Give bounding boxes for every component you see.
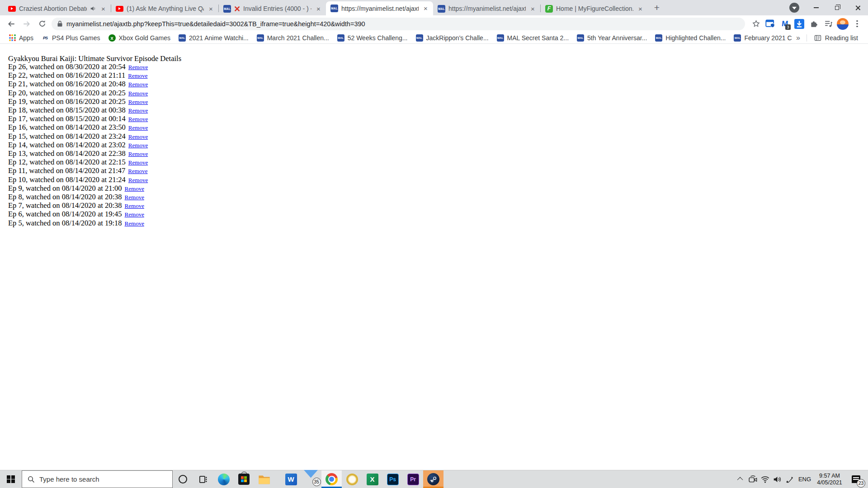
- remove-link[interactable]: Remove: [125, 220, 144, 227]
- remove-link[interactable]: Remove: [128, 142, 148, 149]
- remove-link[interactable]: Remove: [128, 64, 148, 70]
- tab-4-active[interactable]: MALhttps://myanimelist.net/ajaxtb.ph×: [326, 1, 433, 15]
- tray-overflow-button[interactable]: [735, 470, 747, 488]
- excel-button[interactable]: X: [362, 470, 382, 488]
- bookmark-item-mal-secret-santa-2[interactable]: MALMAL Secret Santa 2...: [493, 33, 573, 43]
- bookmark-item-march-2021-challen[interactable]: MALMarch 2021 Challen...: [253, 33, 333, 43]
- remove-link[interactable]: Remove: [128, 81, 148, 88]
- chrome-button[interactable]: [321, 470, 342, 488]
- remove-link[interactable]: Remove: [125, 185, 144, 192]
- bookmark-item-2021-anime-watchi[interactable]: MAL2021 Anime Watchi...: [175, 33, 253, 43]
- steam-button[interactable]: [423, 470, 443, 488]
- reload-button[interactable]: [34, 16, 50, 32]
- url-text[interactable]: myanimelist.net/ajaxtb.php?keepThis=true…: [66, 20, 365, 28]
- tab-title: Craziest Abortion Debate I've: [19, 5, 87, 12]
- remove-link[interactable]: Remove: [128, 116, 148, 122]
- word-button[interactable]: W: [281, 470, 301, 488]
- bookmark-label: JackRippon's Challe...: [426, 34, 489, 42]
- forward-button[interactable]: [19, 16, 34, 32]
- episode-row-15: Ep 9, watched on 08/14/2020 at 21:00Remo…: [8, 184, 868, 193]
- episode-row-19: Ep 5, watched on 08/14/2020 at 19:18Remo…: [8, 219, 868, 228]
- meet-now-button[interactable]: [747, 470, 759, 488]
- bookmark-star-button[interactable]: [749, 17, 763, 31]
- wifi-button[interactable]: [759, 470, 771, 488]
- action-center-button[interactable]: 23: [845, 470, 866, 488]
- premiere-button[interactable]: Pr: [403, 470, 423, 488]
- remove-link[interactable]: Remove: [128, 177, 148, 183]
- remove-link[interactable]: Remove: [128, 72, 147, 79]
- tab-close-icon[interactable]: ×: [99, 5, 107, 13]
- mail-button[interactable]: 35: [301, 470, 321, 488]
- extensions-menu-button[interactable]: [807, 17, 821, 31]
- episode-row-11: Ep 13, watched on 08/14/2020 at 22:38Rem…: [8, 150, 868, 158]
- bookmarks-overflow-chevron[interactable]: »: [792, 34, 805, 42]
- remove-link[interactable]: Remove: [128, 168, 147, 174]
- file-explorer-button[interactable]: [254, 470, 274, 488]
- bookmark-item-ps4-plus-games[interactable]: PSPS4 Plus Games: [38, 33, 104, 43]
- episode-text: Ep 16, watched on 08/14/2020 at 23:50: [8, 123, 126, 131]
- reading-list-button[interactable]: Reading list: [809, 34, 863, 42]
- malwarebytes-extension-icon[interactable]: M 3: [778, 17, 792, 31]
- remove-link[interactable]: Remove: [128, 133, 148, 140]
- remove-link[interactable]: Remove: [128, 99, 148, 105]
- photoshop-button[interactable]: Ps: [382, 470, 403, 488]
- new-tab-button[interactable]: +: [651, 1, 663, 14]
- tab-close-icon[interactable]: ×: [315, 5, 322, 13]
- tab-close-icon[interactable]: ×: [422, 5, 429, 12]
- tab-2[interactable]: (1) Ask Me Anything Live Q&A +×: [111, 2, 218, 15]
- tab-title: Home | MyFigureCollection.net: [556, 5, 633, 12]
- edge-taskbar-icon[interactable]: [213, 470, 234, 488]
- address-bar[interactable]: myanimelist.net/ajaxtb.php?keepThis=true…: [52, 18, 745, 30]
- disc-burner-button[interactable]: [342, 470, 362, 488]
- episode-row-13: Ep 11, watched on 08/14/2020 at 21:47Rem…: [8, 167, 868, 175]
- tab-6[interactable]: FHome | MyFigureCollection.net×: [541, 2, 648, 15]
- windows-ink-button[interactable]: [783, 470, 796, 488]
- episode-row-16: Ep 8, watched on 08/14/2020 at 20:38Remo…: [8, 193, 868, 202]
- remove-link[interactable]: Remove: [128, 107, 148, 114]
- remove-link[interactable]: Remove: [128, 124, 148, 131]
- tab-close-icon[interactable]: ×: [207, 5, 215, 13]
- episode-text: Ep 11, watched on 08/14/2020 at 21:47: [8, 166, 125, 175]
- volume-button[interactable]: [771, 470, 783, 488]
- remove-link[interactable]: Remove: [125, 202, 144, 209]
- remove-link[interactable]: Remove: [128, 150, 148, 157]
- tab-title: https://myanimelist.net/ajaxtb.ph: [448, 5, 526, 12]
- task-view-button[interactable]: [193, 470, 213, 488]
- language-indicator[interactable]: ENG: [796, 476, 814, 483]
- tab-3[interactable]: MALInvalid Entries (4000 - ) - Foru×: [219, 2, 326, 15]
- remove-link[interactable]: Remove: [128, 90, 148, 97]
- profile-avatar[interactable]: [835, 17, 850, 31]
- extension-window-shield-icon[interactable]: [763, 17, 778, 31]
- tab-1[interactable]: Craziest Abortion Debate I've×: [4, 2, 111, 15]
- bookmark-item-xbox-gold-games[interactable]: xXbox Gold Games: [104, 33, 175, 43]
- bookmark-item-february-2021-chall[interactable]: MALFebruary 2021 Chall...: [730, 33, 791, 43]
- back-button[interactable]: [4, 16, 19, 32]
- bookmark-item-highlighted-challen[interactable]: MALHighlighted Challen...: [651, 33, 730, 43]
- browser-menu-button[interactable]: [850, 17, 864, 31]
- pen-icon: [786, 476, 794, 483]
- mal-icon: MAL: [416, 34, 423, 42]
- remove-link[interactable]: Remove: [125, 194, 144, 201]
- clock[interactable]: 9:57 AM 4/05/2021: [814, 473, 845, 486]
- media-controls-button[interactable]: [821, 17, 835, 31]
- bookmark-item-5th-year-anniversar[interactable]: MAL5th Year Anniversar...: [573, 33, 651, 43]
- close-button[interactable]: [847, 0, 868, 15]
- microsoft-store-button[interactable]: [234, 470, 254, 488]
- bookmark-item-52-weeks-challeng[interactable]: MAL52 Weeks Challeng...: [333, 33, 412, 43]
- bookmark-items: AppsPSPS4 Plus GamesxXbox Gold GamesMAL2…: [5, 33, 792, 43]
- bookmark-item-apps[interactable]: Apps: [5, 33, 38, 43]
- tab-search-button[interactable]: [789, 3, 799, 13]
- minimize-button[interactable]: [806, 0, 826, 15]
- remove-link[interactable]: Remove: [125, 211, 144, 218]
- download-extension-icon[interactable]: [792, 17, 807, 31]
- tab-close-icon[interactable]: ×: [637, 5, 644, 13]
- start-button[interactable]: [0, 470, 22, 488]
- episode-row-6: Ep 18, watched on 08/15/2020 at 00:38Rem…: [8, 106, 868, 115]
- cortana-button[interactable]: [173, 470, 193, 488]
- restore-button[interactable]: [826, 0, 847, 15]
- tab-5[interactable]: MALhttps://myanimelist.net/ajaxtb.ph×: [433, 2, 540, 15]
- taskbar-search[interactable]: Type here to search: [22, 470, 173, 488]
- tab-close-icon[interactable]: ×: [529, 5, 537, 13]
- bookmark-item-jackrippon-s-challe[interactable]: MALJackRippon's Challe...: [412, 33, 493, 43]
- remove-link[interactable]: Remove: [128, 159, 148, 166]
